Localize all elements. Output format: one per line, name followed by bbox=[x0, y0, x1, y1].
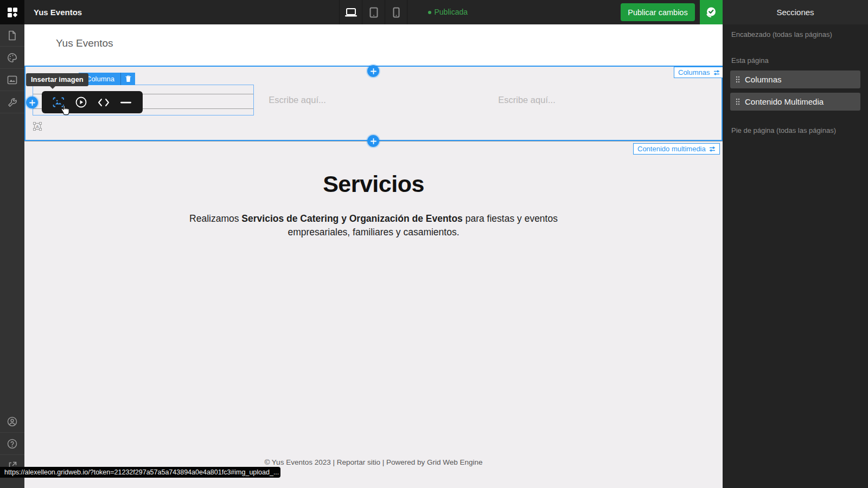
pages-icon bbox=[8, 30, 17, 41]
sidebar-item-media[interactable] bbox=[0, 69, 24, 91]
text-element-icon[interactable]: A bbox=[33, 122, 42, 131]
section-item-label: Columnas bbox=[745, 75, 782, 84]
account-icon bbox=[7, 416, 17, 427]
services-heading[interactable]: Servicios bbox=[24, 171, 723, 197]
insert-code-icon bbox=[98, 98, 110, 107]
left-sidebar bbox=[0, 24, 24, 488]
status-dot-icon bbox=[428, 11, 431, 14]
svg-text:A: A bbox=[36, 124, 39, 129]
insert-image-tooltip: Insertar imagen bbox=[26, 73, 88, 86]
plus-icon bbox=[371, 138, 376, 144]
delete-column-button[interactable] bbox=[120, 73, 135, 85]
site-header-section[interactable]: Yus Eventos bbox=[24, 24, 723, 66]
publish-changes-button[interactable]: Publicar cambios bbox=[621, 3, 695, 21]
header-pages-label: Encabezado (todas las páginas) bbox=[731, 30, 832, 38]
publish-status: Publicada bbox=[428, 0, 468, 24]
media-section-tag[interactable]: Contenido multimedia bbox=[633, 143, 720, 155]
insert-code-button[interactable] bbox=[95, 94, 112, 111]
tablet-preview-button[interactable] bbox=[362, 0, 385, 24]
desktop-preview-button[interactable] bbox=[339, 0, 362, 24]
this-page-label: Esta página bbox=[731, 56, 769, 65]
help-icon bbox=[7, 439, 17, 449]
sidebar-item-pages[interactable] bbox=[0, 24, 24, 47]
app-logo[interactable] bbox=[0, 0, 24, 24]
trash-icon bbox=[125, 75, 131, 82]
insert-divider-icon bbox=[120, 101, 131, 104]
plus-icon bbox=[371, 68, 376, 74]
site-footer-text: © Yus Eventos 2023 | Reportar sitio | Po… bbox=[24, 458, 723, 466]
project-title: Yus Eventos bbox=[34, 0, 82, 24]
site-header-title[interactable]: Yus Eventos bbox=[56, 37, 113, 49]
check-circle-icon bbox=[705, 6, 718, 19]
sidebar-item-theme[interactable] bbox=[0, 47, 24, 69]
text-placeholder-left[interactable]: Escribe aquí... bbox=[269, 95, 326, 105]
section-item-columnas[interactable]: Columnas bbox=[730, 70, 860, 88]
hand-cursor bbox=[59, 105, 71, 118]
published-check-button[interactable] bbox=[700, 0, 723, 24]
sidebar-item-account[interactable] bbox=[0, 410, 24, 433]
insert-divider-button[interactable] bbox=[118, 94, 134, 111]
add-section-button-bottom[interactable] bbox=[367, 135, 379, 147]
add-element-button[interactable] bbox=[26, 97, 38, 108]
media-icon bbox=[7, 75, 17, 85]
link-status-bar: https://alexelleon.gridweb.io/?token=212… bbox=[0, 467, 280, 478]
paragraph-bold-text: Servicios de Catering y Organización de … bbox=[241, 213, 463, 224]
sections-panel: Secciones Encabezado (todas las páginas)… bbox=[723, 0, 868, 488]
mobile-icon bbox=[393, 7, 400, 18]
plus-icon bbox=[29, 100, 35, 106]
grid-logo-icon bbox=[7, 7, 18, 18]
editor-canvas: Yus Eventos Columnas Escribe aquí... Esc… bbox=[24, 24, 723, 488]
sidebar-item-settings[interactable] bbox=[0, 91, 24, 113]
drag-handle-icon bbox=[736, 98, 740, 105]
top-bar: Yus Eventos Publicada Publicar cambios bbox=[0, 0, 723, 24]
mobile-preview-button[interactable] bbox=[385, 0, 407, 24]
section-settings-icon bbox=[709, 146, 716, 152]
paragraph-text: Realizamos bbox=[189, 213, 241, 224]
status-label: Publicada bbox=[435, 8, 468, 16]
section-item-contenido-multimedia[interactable]: Contenido Multimedia bbox=[730, 93, 860, 111]
desktop-icon bbox=[344, 8, 358, 17]
insert-video-button[interactable] bbox=[73, 94, 89, 111]
section-settings-icon bbox=[713, 69, 720, 76]
footer-pages-label: Pie de página (todas las páginas) bbox=[731, 126, 836, 134]
add-section-button-top[interactable] bbox=[367, 65, 379, 77]
sidebar-item-help[interactable] bbox=[0, 433, 24, 455]
theme-icon bbox=[7, 53, 17, 63]
section-item-label: Contenido Multimedia bbox=[745, 97, 824, 106]
tablet-icon bbox=[369, 7, 378, 18]
text-placeholder-right[interactable]: Escribe aquí... bbox=[498, 95, 555, 105]
services-paragraph[interactable]: Realizamos Servicios de Catering y Organ… bbox=[159, 212, 588, 239]
settings-icon bbox=[7, 97, 17, 107]
columns-section-tag[interactable]: Columnas bbox=[674, 67, 724, 78]
insert-element-toolbar bbox=[42, 91, 143, 113]
insert-video-icon bbox=[75, 97, 87, 108]
drag-handle-icon bbox=[736, 76, 740, 83]
device-preview-switcher bbox=[339, 0, 407, 24]
sections-panel-title: Secciones bbox=[723, 0, 868, 24]
